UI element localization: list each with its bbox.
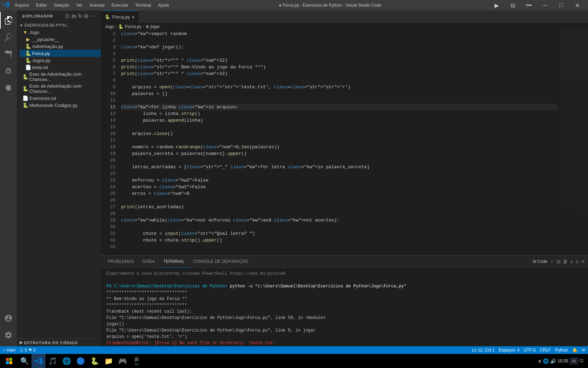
close-button[interactable]: ✕ [569,0,585,11]
volume-icon[interactable]: 🔊 [550,358,556,364]
svg-rect-0 [6,358,9,361]
sidebar-header: EXPLORADOR 🗋 🗁 ↻ ⊟ ··· [17,11,101,22]
kill-terminal-icon[interactable]: 🗑 [563,259,568,264]
python-file-icon4: 🐍 [22,74,28,80]
sidebar-header-icons[interactable]: 🗋 🗁 ↻ ⊟ ··· [65,13,95,19]
start-button[interactable] [1,354,17,368]
menu-selecao[interactable]: Seleção [51,2,72,8]
python-file-icon5: 🐍 [22,86,28,91]
account-icon[interactable] [0,310,17,327]
notification-center-icon[interactable]: 🗨 [580,359,584,363]
breadcrumb-jogar[interactable]: jogar [150,24,160,29]
menu-bar[interactable]: Arquivo Editar Seleção Ver Acessar Execu… [12,2,172,8]
menu-acessar[interactable]: Acessar [86,2,107,8]
menu-ver[interactable]: Ver [73,2,85,8]
taskbar-app1[interactable]: 🎮 [115,354,130,368]
menu-arquivo[interactable]: Arquivo [12,2,32,8]
file-exec2[interactable]: 🐍 Exec de Adivinhação com Chances... [20,83,101,95]
code-content[interactable]: class="kw">import random class="kw">def … [118,30,560,255]
breadcrumb-forca[interactable]: Forca.py [125,24,141,29]
file-teste[interactable]: 📄 teste.txt [20,64,101,71]
taskbar-edge[interactable]: 🌐 [59,354,74,368]
line-col-status[interactable]: Ln 12, Col 1 [472,348,495,353]
spaces-status[interactable]: Espaços: 4 [499,348,519,353]
tab-terminal[interactable]: TERMINAL [159,255,189,268]
ai-button[interactable]: Ai [569,357,578,364]
new-file-icon[interactable]: 🗋 [65,13,70,19]
root-label: EXERCICIOS DE PYTH... [24,23,69,27]
editor-area: 🐍 Forca.py ● Jogo › 🐍 Forca.py › ⊕ jogar… [101,11,588,346]
maximize-button[interactable]: □ [553,0,569,11]
breadcrumb-jogo[interactable]: Jogo [105,24,114,29]
feedback-icon[interactable]: ✉ [582,348,585,353]
file-melhorando[interactable]: 🐍 Melhorando Codigos.py [20,102,101,109]
language-status[interactable]: Python [555,348,568,353]
taskbar-files[interactable]: 📁 [102,354,115,368]
extensions-icon[interactable] [0,79,17,96]
file-jogos[interactable]: 🐍 Jogos.py [20,57,101,64]
taskbar-chrome[interactable]: 🔵 [74,354,88,368]
terminal-actions: ⊟ Code ＋ ⊟ 🗑 ∧ ∨ ✕ [533,258,585,265]
terminal-panel: PROBLEMAS SAÍDA TERMINAL CONSOLE DE DEPU… [101,255,588,346]
search-icon[interactable] [0,29,17,46]
code-editor[interactable]: 1234567891011121314151617181920212223242… [101,30,588,255]
debug-icon[interactable] [0,62,17,79]
git-icon[interactable] [0,46,17,62]
jogos-label: Jogos.py [32,58,50,63]
folder-pycache[interactable]: ▶ __pycache__ [20,36,101,43]
terminal-maximize-icon[interactable]: ∧ [570,259,573,264]
folder-jogo[interactable]: ▼ Jogo [20,29,101,36]
chevron-up-icon[interactable]: ∧ [538,358,541,364]
split-button[interactable]: ⊟ [505,0,521,11]
arrow-icon: ▼ [20,23,23,27]
terminal-minimize-icon[interactable]: ∨ [575,259,579,264]
tab-console[interactable]: CONSOLE DE DEPURAÇÃO [189,255,252,268]
menu-terminal[interactable]: Terminal [132,2,154,8]
split-terminal-icon[interactable]: ⊟ [556,259,561,264]
errors-warnings-status[interactable]: ⚠ 0 ⚑ 0 [20,348,35,353]
taskbar-python[interactable]: 🐍 [88,354,102,368]
file-exercicios[interactable]: 📄 Exercicios.txt [20,95,101,102]
taskbar-clock[interactable]: 10:35 [558,359,568,363]
file-exec1[interactable]: 🐍 Exec de Adivinhação com Chances... [20,71,101,83]
collapse-icon[interactable]: ⊟ [84,13,89,19]
taskbar-app2[interactable]: 📱 [130,354,144,368]
terminal-line-1 [106,277,582,283]
structure-label: ESTRUTURA DO CÓDIGO [24,341,78,345]
code-structure-section[interactable]: ▶ ESTRUTURA DO CÓDIGO [17,339,101,346]
terminal-body[interactable]: Experimente a nova plataforma cruzada Po… [101,268,588,346]
tab-saida[interactable]: SAÍDA [138,255,159,268]
taskbar-vscode[interactable] [31,354,46,368]
file-adivinhacao[interactable]: 🐍 Adivinhação.py [20,43,101,50]
run-button[interactable]: ▶ [489,0,505,11]
status-bar: ⑂ main ⚠ 0 ⚑ 0 Ln 12, Col 1 Espaços: 4 U… [0,346,588,354]
notification-icon[interactable]: 🔔 [572,348,578,353]
breadcrumb-fn-icon: ⊕ [146,24,149,29]
more-actions[interactable]: ••• [521,0,537,11]
network-icon[interactable]: 🌐 [543,358,549,364]
menu-executar[interactable]: Executar [109,2,131,8]
menu-editar[interactable]: Editar [33,2,50,8]
terminal-close-icon[interactable]: ✕ [581,259,585,264]
tab-problemas[interactable]: PROBLEMAS [104,255,138,268]
taskbar-spotify[interactable]: 🎵 [46,354,59,368]
taskbar-pinned-apps: 🔍 🎵 🌐 🔵 🐍 📁 🎮 📱 [18,354,144,368]
taskbar-search[interactable]: 🔍 [18,354,31,368]
refresh-icon[interactable]: ↻ [78,13,83,19]
explorer-icon[interactable] [0,12,17,29]
taskbar-sys-icons[interactable]: ∧ 🌐 🔊 [538,358,556,364]
settings-icon[interactable] [0,327,17,343]
explorer-root[interactable]: ▼ EXERCICIOS DE PYTH... [17,22,101,29]
terminal-line-7: File "C:\Users\Samuel\Desktop\Exercicios… [106,315,582,321]
encoding-status[interactable]: UTF-8 [524,348,536,353]
more-icon[interactable]: ··· [90,13,95,19]
minimize-button[interactable]: ─ [537,0,553,11]
file-forca[interactable]: 🐍 Forca.py [20,50,101,57]
title-bar: Arquivo Editar Seleção Ver Acessar Execu… [0,0,588,11]
eol-status[interactable]: CRLF [540,348,551,353]
menu-ajuda[interactable]: Ajuda [155,2,172,8]
tab-forca[interactable]: 🐍 Forca.py ● [101,11,139,23]
git-branch-status[interactable]: ⑂ main [3,348,15,353]
add-terminal-icon[interactable]: ＋ [550,258,554,265]
new-folder-icon[interactable]: 🗁 [71,13,77,19]
